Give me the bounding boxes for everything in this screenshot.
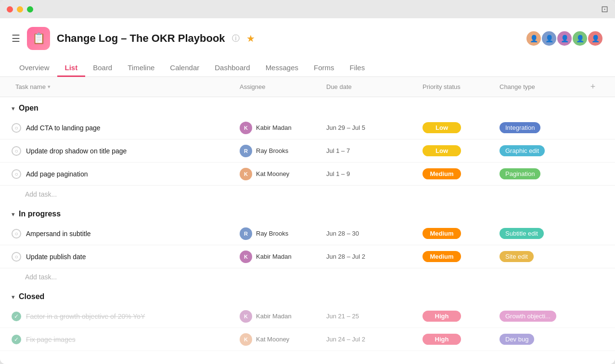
type-cell: Site edit [496,251,582,262]
task-name-cell: ○ Add CTA to landing page [12,118,236,138]
priority-badge: High [423,311,461,322]
task-check[interactable]: ○ [12,123,21,133]
table-row: ✓ Fix page images K Kat Mooney Jun 24 – … [0,328,615,351]
tab-forms[interactable]: Forms [306,60,342,77]
add-task-in-progress[interactable]: Add task... [0,268,615,286]
chevron-down-icon: ▾ [12,293,15,301]
due-date: Jul 1 – 7 [322,147,419,154]
tab-files[interactable]: Files [342,60,373,77]
type-badge: Growth objecti... [500,311,556,322]
type-badge: Dev bug [500,334,534,345]
tab-list[interactable]: List [57,60,86,77]
due-date: Jul 1 – 9 [322,170,419,177]
section-in-progress[interactable]: ▾ In progress [0,203,615,222]
section-title-open: Open [19,104,38,113]
avatar: R [240,145,252,157]
assignee-name: Kabir Madan [256,313,292,320]
app-window: ⊡ ☰ 📋 Change Log – The OKR Playbook ⓘ ★ … [0,0,615,364]
tab-board[interactable]: Board [85,60,120,77]
tab-overview[interactable]: Overview [12,60,57,77]
assignee-name: Kat Mooney [256,336,289,343]
task-name-cell: ○ Ampersand in subtitle [12,224,236,243]
priority-badge: Medium [423,168,461,179]
add-task-open[interactable]: Add task... [0,186,615,203]
due-date: Jun 29 – Jul 5 [322,124,419,131]
priority-cell: Low [419,145,496,156]
priority-badge: Low [423,122,461,133]
minimize-button[interactable] [17,6,23,13]
task-name-cell: ○ Add page pagination [12,164,236,184]
assignee-cell: K Kabir Madan [236,310,322,323]
avatar: K [240,122,252,134]
avatar[interactable]: 👤 [587,30,603,47]
close-button[interactable] [7,6,13,13]
page-title: Change Log – The OKR Playbook [57,32,225,45]
type-badge: Subtitle edit [500,228,544,239]
type-cell: Dev bug [496,334,582,345]
task-name-cell: ✓ Factor in a growth objective of 20% Yo… [12,307,236,326]
task-check[interactable]: ○ [12,252,21,262]
table-row: ○ Ampersand in subtitle R Ray Brooks Jun… [0,222,615,245]
avatar: K [240,310,252,323]
section-open[interactable]: ▾ Open [0,97,615,116]
task-check[interactable]: ○ [12,229,21,238]
tab-calendar[interactable]: Calendar [162,60,207,77]
due-date: Jun 28 – 30 [322,230,419,237]
avatar[interactable]: 👤 [556,30,573,47]
assignee-cell: K Kabir Madan [236,122,322,134]
add-column-button[interactable]: + [582,77,603,97]
chevron-down-icon: ▾ [48,84,51,90]
chevron-down-icon: ▾ [12,211,15,218]
table-row: ✓ Factor in a growth objective of 20% Yo… [0,305,615,328]
assignee-name: Kat Mooney [256,170,289,177]
tab-timeline[interactable]: Timeline [120,60,162,77]
logo-icon: 📋 [32,32,45,45]
star-icon[interactable]: ★ [246,33,255,44]
avatar[interactable]: 👤 [572,30,588,47]
assignee-name: Ray Brooks [256,147,288,154]
avatar[interactable]: 👤 [541,30,557,47]
task-check[interactable]: ✓ [12,335,21,344]
assignee-cell: K Kat Mooney [236,333,322,346]
priority-badge: High [423,334,461,345]
priority-cell: High [419,334,496,345]
chevron-down-icon: ▾ [12,105,15,112]
due-date: Jun 24 – Jul 2 [322,336,419,343]
section-closed[interactable]: ▾ Closed [0,286,615,305]
type-badge: Graphic edit [500,145,545,156]
task-name: Factor in a growth objective of 20% YoY [26,313,145,320]
col-assignee: Assignee [236,77,322,97]
type-cell: Subtitle edit [496,228,582,239]
task-check[interactable]: ✓ [12,312,21,321]
priority-cell: Low [419,122,496,133]
menu-icon[interactable]: ☰ [12,33,20,44]
avatar[interactable]: 👤 [525,30,542,47]
info-icon[interactable]: ⓘ [232,34,240,44]
task-name: Add page pagination [26,170,88,178]
type-badge: Site edit [500,251,534,262]
assignee-name: Kabir Madan [256,124,292,131]
col-due-date: Due date [322,77,419,97]
titlebar: ⊡ [0,0,615,18]
avatars-group: 👤 👤 👤 👤 👤 [525,30,603,47]
priority-cell: Medium [419,228,496,239]
task-check[interactable]: ○ [12,169,21,179]
task-check[interactable]: ○ [12,146,21,156]
type-cell: Pagination [496,168,582,179]
type-cell: Graphic edit [496,145,582,156]
type-cell: Growth objecti... [496,311,582,322]
tab-dashboard[interactable]: Dashboard [207,60,257,77]
tab-messages[interactable]: Messages [258,60,306,77]
avatar: K [240,251,252,263]
priority-badge: Low [423,145,461,156]
avatar: K [240,333,252,346]
assignee-name: Ray Brooks [256,230,288,237]
table-header: Task name ▾ Assignee Due date Priority s… [0,77,615,97]
task-name-cell: ✓ Fix page images [12,330,236,349]
table-container: Task name ▾ Assignee Due date Priority s… [0,77,615,364]
priority-badge: Medium [423,251,461,262]
maximize-button[interactable] [27,6,33,13]
app-logo: 📋 [27,27,50,50]
avatar: R [240,227,252,240]
app-content: ☰ 📋 Change Log – The OKR Playbook ⓘ ★ 👤 … [0,18,615,364]
